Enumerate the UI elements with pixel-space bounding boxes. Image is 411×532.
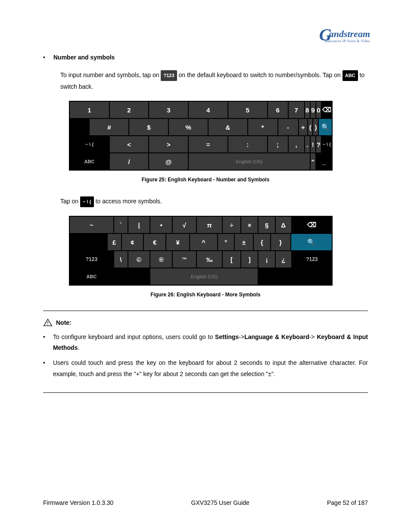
- key-quest[interactable]: ?: [316, 136, 321, 152]
- key-plus[interactable]: +: [299, 119, 307, 135]
- key-section[interactable]: §: [258, 217, 274, 233]
- key-blank-r[interactable]: [258, 268, 274, 285]
- kbd2-row2: £ ¢ € ¥ ^ ° ± { } 🔍: [70, 234, 332, 250]
- key-blank-r2[interactable]: [276, 268, 332, 285]
- key-tm[interactable]: ™: [173, 251, 196, 268]
- key-123-toggle[interactable]: ?123: [70, 251, 113, 268]
- divider-bottom: [43, 392, 368, 393]
- key-minus[interactable]: -: [278, 119, 298, 135]
- key-123-toggle-2[interactable]: ?123: [292, 251, 332, 268]
- key-3[interactable]: 3: [149, 102, 188, 118]
- key-slash[interactable]: /: [110, 153, 148, 170]
- footer-title: GXV3275 User Guide: [191, 499, 249, 506]
- figure-caption-2: Figure 26: English Keyboard - More Symbo…: [43, 292, 368, 298]
- key-backtick[interactable]: `: [114, 217, 128, 233]
- key-tilde[interactable]: ~: [70, 217, 113, 233]
- key-search-icon[interactable]: 🔍: [319, 119, 332, 135]
- key-blank-l[interactable]: [114, 268, 128, 285]
- note1-a: To configure keyboard and input options,…: [53, 333, 215, 340]
- key-mult[interactable]: ×: [241, 217, 258, 233]
- key-delta[interactable]: Δ: [276, 217, 291, 233]
- key-registered[interactable]: ®: [150, 251, 172, 268]
- warning-icon: [43, 318, 53, 327]
- kbd1-row3: ~ \ { < > = : ; , . ! ? ~ \ {: [70, 136, 332, 152]
- kbd2-row1: ~ ` | • √ π ÷ × § Δ ⌫: [70, 217, 332, 233]
- key-percent[interactable]: %: [169, 119, 208, 135]
- key-2[interactable]: 2: [110, 102, 148, 118]
- key-1[interactable]: 1: [70, 102, 109, 118]
- key-abc-2[interactable]: ABC: [70, 268, 113, 285]
- key-sym-icon: ~ \ {: [80, 196, 94, 207]
- note1-c: ->: [239, 333, 244, 340]
- key-gt[interactable]: >: [149, 136, 188, 152]
- key-iquest[interactable]: ¿: [276, 251, 291, 268]
- key-rbrace[interactable]: }: [271, 234, 290, 250]
- key-star[interactable]: *: [248, 119, 277, 135]
- key-space-2[interactable]: English (US): [150, 268, 258, 285]
- key-lbrace[interactable]: {: [254, 234, 270, 250]
- key-6[interactable]: 6: [268, 102, 288, 118]
- key-div[interactable]: ÷: [223, 217, 240, 233]
- key-backslash[interactable]: \: [114, 251, 128, 268]
- key-plusminus[interactable]: ±: [235, 234, 253, 250]
- key-7[interactable]: 7: [289, 102, 304, 118]
- note-list: To configure keyboard and input options,…: [43, 332, 368, 380]
- key-8[interactable]: 8: [305, 102, 310, 118]
- key-pound[interactable]: £: [108, 234, 121, 250]
- key-excl[interactable]: !: [311, 136, 315, 152]
- divider-top: [43, 311, 368, 311]
- key-0[interactable]: 0: [316, 102, 321, 118]
- keyboard-2: ~ ` | • √ π ÷ × § Δ ⌫ £ ¢ € ¥ ^ ° ±: [69, 216, 368, 286]
- key-backspace-icon[interactable]: ⌫: [322, 102, 332, 118]
- key-semicolon[interactable]: ;: [268, 136, 288, 152]
- key-euro[interactable]: €: [144, 234, 165, 250]
- key-pipe[interactable]: |: [128, 217, 150, 233]
- key-backspace-2-icon[interactable]: ⌫: [292, 217, 332, 233]
- key-iexcl[interactable]: ¡: [258, 251, 274, 268]
- key-underscore[interactable]: _: [316, 153, 332, 170]
- svg-point-1: [47, 324, 48, 325]
- key-dollar[interactable]: $: [129, 119, 168, 135]
- key-caret[interactable]: ^: [190, 234, 217, 250]
- key-rbracket[interactable]: ]: [241, 251, 258, 268]
- key-sqrt[interactable]: √: [173, 217, 196, 233]
- note-item-1: To configure keyboard and input options,…: [43, 332, 368, 353]
- note1-b: Settings: [215, 333, 239, 340]
- para2-a: Tap on: [60, 198, 80, 205]
- key-eq[interactable]: =: [189, 136, 227, 152]
- para1-b: on the default keyboard to switch to num…: [177, 72, 342, 78]
- key-pi[interactable]: π: [197, 217, 222, 233]
- key-abc-icon: ABC: [342, 70, 358, 81]
- key-5[interactable]: 5: [228, 102, 267, 118]
- key-degree[interactable]: °: [218, 234, 234, 250]
- key-permille[interactable]: ‰: [197, 251, 222, 268]
- key-space[interactable]: English (US): [189, 153, 309, 170]
- footer-firmware: Firmware Version 1.0.3.30: [43, 499, 113, 506]
- key-quote[interactable]: ": [311, 153, 315, 170]
- key-lt[interactable]: <: [110, 136, 148, 152]
- key-symbols-toggle-2[interactable]: ~ \ {: [322, 136, 332, 152]
- key-search-2-icon[interactable]: 🔍: [291, 234, 332, 250]
- key-lbracket[interactable]: [: [223, 251, 240, 268]
- footer-page: Page 52 of 187: [327, 499, 368, 506]
- key-4[interactable]: 4: [189, 102, 227, 118]
- key-9[interactable]: 9: [311, 102, 315, 118]
- key-yen[interactable]: ¥: [166, 234, 189, 250]
- key-abc[interactable]: ABC: [70, 153, 109, 170]
- key-copyright[interactable]: ©: [128, 251, 150, 268]
- keyboard-1: 1 2 3 4 5 6 7 8 9 0 ⌫ # $ % & * - +: [69, 101, 368, 171]
- key-123-icon: ?123: [161, 70, 177, 81]
- key-blank-l2[interactable]: [128, 268, 150, 285]
- key-at[interactable]: @: [149, 153, 188, 170]
- key-symbols-toggle[interactable]: ~ \ {: [70, 136, 109, 152]
- note-item-2: Users could touch and press the key on t…: [43, 358, 368, 379]
- key-lparen[interactable]: (: [308, 119, 312, 135]
- key-comma[interactable]: ,: [289, 136, 304, 152]
- key-period[interactable]: .: [305, 136, 310, 152]
- key-bullet[interactable]: •: [150, 217, 172, 233]
- key-colon[interactable]: :: [228, 136, 267, 152]
- key-cent[interactable]: ¢: [122, 234, 143, 250]
- key-hash[interactable]: #: [90, 119, 128, 135]
- key-amp[interactable]: &: [209, 119, 247, 135]
- key-rparen[interactable]: ): [313, 119, 318, 135]
